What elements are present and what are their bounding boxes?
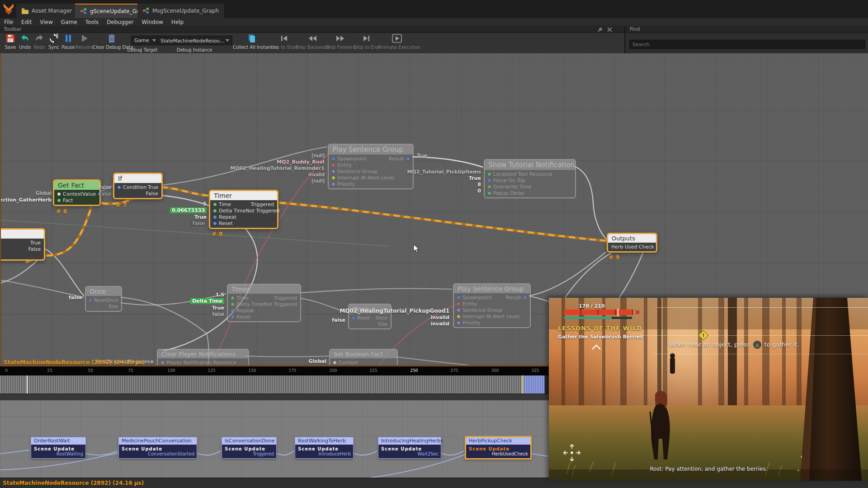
menu-file[interactable]: File	[0, 19, 17, 25]
pin-entity[interactable]	[332, 164, 335, 167]
wire-pink-entity1[interactable]	[211, 155, 328, 365]
menu-debugger[interactable]: Debugger	[103, 19, 137, 25]
wire-timer2-psg2[interactable]	[300, 288, 452, 293]
pin-notification-resource[interactable]	[161, 361, 164, 364]
node-show-tutorial-notification[interactable]: Show Tutorial Notification Localized Tex…	[484, 159, 576, 198]
node-if-partial[interactable]: ConditionTrue False	[0, 228, 45, 261]
tab-asset-manager[interactable]: Asset Manager	[16, 4, 78, 18]
timeline-ruler[interactable]: 0 25 50 75 100 125 150 175 200 225 250 2…	[0, 366, 548, 375]
wire-cpn-sbf[interactable]	[245, 356, 329, 357]
clear-debug-data-button[interactable]: Clear Debug Data	[93, 33, 131, 50]
pin-fact[interactable]	[57, 199, 61, 202]
npc-silhouette	[670, 353, 675, 374]
pin-priority[interactable]	[457, 321, 460, 324]
node-timer-2[interactable]: Timer TimeTriggered Delta TimeNot Trigge…	[227, 284, 301, 322]
node-outputs[interactable]: Outputs Herb Used Check	[607, 233, 657, 253]
pin-interrupt[interactable]	[457, 315, 460, 318]
pin-icon[interactable]	[598, 27, 603, 32]
pin-interrupt[interactable]	[332, 176, 335, 179]
dialogue-subtitle: Rost: Pay attention, and gather the berr…	[549, 466, 868, 472]
pin-result[interactable]	[524, 296, 527, 299]
menu-view[interactable]: View	[36, 19, 57, 25]
selected-range[interactable]	[523, 375, 545, 394]
game-viewport[interactable]: 178 / 210 LESSONS OF THE WILD Gather the…	[548, 297, 868, 481]
wire-sbf-out[interactable]	[396, 357, 476, 365]
state-wire[interactable]	[196, 451, 221, 455]
wire-to-once1[interactable]	[42, 248, 84, 296]
pin-spawnpoint[interactable]	[457, 296, 460, 299]
state-node-orderrostwait[interactable]: OrderRostWait Scene Update RostWaiting	[31, 437, 86, 459]
pin-spawnpoint[interactable]	[332, 157, 335, 160]
ext-false-2: False	[99, 191, 111, 197]
pin-entity[interactable]	[457, 302, 460, 305]
quest-title: LESSONS OF THE WILD	[558, 325, 642, 332]
state-node-rostwalkingtoherb[interactable]: RostWalkingToHerb Scene Update Introduce…	[295, 437, 354, 459]
ext-stn-text: MQ2_Tutorial_PickUpItems	[407, 169, 481, 175]
node-once-1[interactable]: Once ResetOnce Else	[85, 286, 122, 312]
state-wire[interactable]	[353, 451, 377, 455]
pin-time[interactable]	[213, 203, 217, 206]
node-set-boolean-fact[interactable]: Set Boolean Fact Context	[329, 349, 398, 365]
animate-execution-button[interactable]: Animate Execution	[378, 33, 416, 50]
pin-context[interactable]	[57, 192, 61, 196]
state-wire[interactable]	[440, 451, 464, 455]
pin-delta-time[interactable]	[231, 303, 234, 306]
find-panel-title: Find	[630, 26, 640, 32]
state-node-isconversationdone[interactable]: IsConversationDone Scene Update Triggere…	[222, 437, 277, 459]
pin-sentence-group[interactable]	[457, 309, 460, 312]
pin-reset[interactable]	[352, 317, 355, 319]
tick: 300	[488, 368, 502, 373]
ext-reset-value: False	[190, 221, 207, 226]
node-title: Timer	[210, 191, 277, 200]
node-timer[interactable]: Timer TimeTriggered Delta TimeNot Trigge…	[209, 190, 278, 229]
pin-sentence-group[interactable]	[332, 170, 335, 173]
menu-edit[interactable]: Edit	[17, 19, 36, 25]
pin-delta-time[interactable]	[213, 209, 217, 212]
pin-repeat[interactable]	[231, 309, 234, 312]
pin-repeat[interactable]	[213, 216, 217, 219]
tab-msgsceneupdate-graph[interactable]: MsgSceneUpdate_Graph	[137, 4, 225, 18]
state-node-introducinghealingherbs[interactable]: IntroducingHealingHerbs Scene Update Wai…	[378, 437, 441, 459]
pin-localized-text[interactable]	[488, 173, 491, 176]
state-wire[interactable]	[0, 450, 30, 454]
pin-force-on-top[interactable]	[488, 179, 491, 182]
app-logo-icon	[3, 3, 14, 14]
state-wire[interactable]	[530, 453, 548, 456]
state-wire[interactable]	[276, 451, 294, 455]
menu-window[interactable]: Window	[138, 19, 167, 25]
node-get-fact[interactable]: Get Fact ContextValue Fact	[53, 179, 101, 206]
pin-reset[interactable]	[89, 299, 92, 302]
pin-context[interactable]	[333, 361, 336, 364]
node-play-sentence-group-2[interactable]: Play Sentence Group SpawnpointResult Ent…	[453, 283, 531, 328]
pin-result[interactable]	[406, 157, 410, 160]
state-node-herbpickupcheck[interactable]: HerbPickupCheck Scene Update HerbUsedChe…	[465, 436, 532, 460]
debug-instance-dropdown[interactable]: StateMachineNodeResource (2892)	[157, 36, 232, 45]
menu-help[interactable]: Help	[167, 19, 188, 25]
menu-tools[interactable]: Tools	[81, 19, 103, 25]
pin-popup-delay[interactable]	[488, 192, 491, 195]
node-clear-player-notifications[interactable]: Clear Player Notifications Player Notifi…	[157, 349, 249, 365]
node-badge: # 6	[56, 208, 67, 215]
timeline-scrubber[interactable]	[0, 375, 545, 394]
state-node-medicinepouchconversation[interactable]: MedicinePouchConversation Scene Update C…	[118, 437, 197, 459]
pin-reset[interactable]	[231, 315, 234, 319]
wire-stn-out[interactable]	[574, 166, 607, 239]
find-search-input[interactable]	[629, 40, 865, 49]
pin-priority[interactable]	[332, 183, 335, 186]
node-play-sentence-group-1[interactable]: Play Sentence Group SpawnpointResult Ent…	[328, 144, 414, 189]
pin-reset[interactable]	[213, 222, 217, 225]
pin-overwrite-time[interactable]	[488, 185, 491, 188]
node-if[interactable]: If ConditionTrue False	[113, 173, 163, 199]
xp-bar	[564, 317, 632, 319]
state-wire[interactable]	[85, 451, 118, 455]
quest-objective: Gather the Salvebrush Berries	[558, 334, 643, 340]
pin-time[interactable]	[231, 296, 234, 300]
pin-condition[interactable]	[118, 186, 121, 189]
ext-psg2-interrupt: invalid	[430, 314, 449, 320]
menu-game[interactable]: Game	[57, 19, 81, 25]
wire-psg2-up[interactable]	[529, 252, 606, 296]
ext-delta-value: 0.06673333	[170, 207, 207, 213]
close-panel-icon[interactable]	[607, 27, 612, 32]
debug-target-dropdown[interactable]: Game	[131, 36, 159, 45]
playhead[interactable]	[27, 375, 28, 394]
